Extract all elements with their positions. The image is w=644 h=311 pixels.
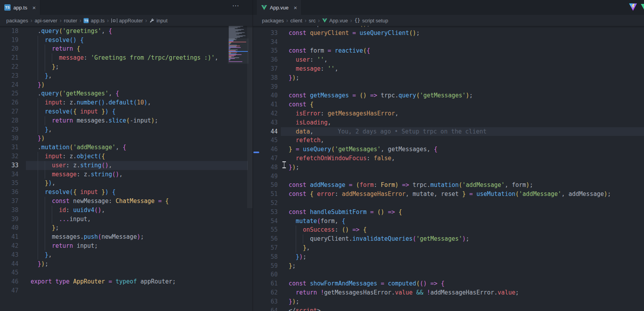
code-line[interactable]: 47 (0, 286, 253, 295)
code-line[interactable]: 52 (253, 199, 644, 208)
code-line[interactable]: 32const trpc = useTRPC(); (253, 26, 644, 29)
code-line[interactable]: 59}; (253, 262, 644, 271)
code-text: return input; (31, 241, 98, 251)
line-number: 58 (253, 252, 278, 262)
close-icon[interactable]: × (294, 5, 297, 11)
code-line[interactable]: 37 const newMessage: ChatMessage = { (0, 197, 253, 206)
code-line[interactable]: 46export type AppRouter = typeof appRout… (0, 277, 253, 286)
code-line[interactable]: 44 }); (0, 260, 253, 269)
line-number: 44 (253, 127, 278, 136)
tab-app-vue[interactable]: App.vue × (257, 0, 302, 15)
code-line[interactable]: 34 (253, 38, 644, 47)
code-line[interactable]: 28 return messages.slice(-input); (0, 116, 253, 125)
code-line[interactable]: 39 ...input, (0, 215, 253, 224)
code-line[interactable]: 49 (253, 172, 644, 181)
code-line[interactable]: 20 return { (0, 44, 253, 53)
code-line[interactable]: 25 .query('getMessages', { (0, 89, 253, 98)
breadcrumb-item[interactable]: src (309, 18, 315, 24)
code-line[interactable]: 54 mutate(form, { (253, 217, 644, 226)
code-line[interactable]: 29 }, (0, 125, 253, 134)
tab-app-ts[interactable]: TS app.ts × (0, 0, 40, 15)
breadcrumb-item[interactable]: client (290, 18, 302, 24)
code-line[interactable]: 24 }) (0, 80, 253, 90)
code-line[interactable]: 38}); (253, 73, 644, 82)
code-line[interactable]: 41const { (253, 100, 644, 109)
code-line[interactable]: 62 return !getMessagesHasError.value && … (253, 288, 644, 297)
breadcrumb-item[interactable]: {}script setup (355, 18, 388, 24)
breadcrumb-item[interactable]: App.vue (322, 18, 348, 24)
code-text: }; (31, 62, 59, 71)
code-text: }, (31, 251, 52, 260)
code-line[interactable]: 45 (0, 268, 253, 277)
code-line[interactable]: 47 refetchOnWindowFocus: false, (253, 154, 644, 163)
code-line[interactable]: 60 (253, 270, 644, 279)
code-line[interactable]: 21 message: 'Greetings from /trpc/greeti… (0, 53, 253, 62)
code-line[interactable]: 36 resolve({ input }) { (0, 188, 253, 197)
code-line[interactable]: 19 resolve() { (0, 36, 253, 45)
code-text: const { error: addMessageHasError, mutat… (289, 190, 611, 199)
editor-group-sash[interactable] (253, 0, 253, 311)
code-line[interactable]: 33 user: z.string(), (0, 161, 253, 170)
code-line[interactable]: 57 }, (253, 243, 644, 252)
code-line[interactable]: 43 }, (0, 251, 253, 260)
code-line[interactable]: 53const handleSubmitForm = () => { (253, 208, 644, 217)
code-line[interactable]: 35 }), (0, 179, 253, 188)
code-line[interactable]: 44 data,You, 2 days ago • Setup trpc on … (253, 127, 644, 136)
code-line[interactable]: 42 return input; (0, 241, 253, 251)
code-line[interactable]: 61const showFormAndMessages = computed((… (253, 279, 644, 288)
breadcrumb-item[interactable]: packages (6, 18, 28, 24)
code-line[interactable]: 37 message: '', (253, 64, 644, 73)
code-line[interactable]: 27 resolve({ input }) { (0, 107, 253, 116)
code-line[interactable]: 38 id: uuidv4(), (0, 206, 253, 215)
code-line[interactable]: 55 onSuccess: () => { (253, 225, 644, 234)
breadcrumb-item[interactable]: appRouter (111, 18, 143, 24)
code-line[interactable]: 45 refetch, (253, 136, 644, 145)
code-text: onSuccess: () => { (289, 225, 367, 234)
code-line[interactable]: 18 .query('greetings', { (0, 27, 253, 36)
code-line[interactable]: 48}); (253, 163, 644, 172)
code-line[interactable]: 34 message: z.string(), (0, 170, 253, 179)
code-text: return !getMessagesHasError.value && !ad… (289, 288, 519, 297)
editor-app-vue[interactable]: 32const trpc = useTRPC();33const queryCl… (253, 26, 644, 311)
breadcrumb-item[interactable]: TSapp.ts (84, 18, 104, 24)
code-line[interactable]: 43 isLoading, (253, 118, 644, 127)
code-line[interactable]: 30 }) (0, 134, 253, 143)
code-line[interactable]: 31 .mutation('addMessage', { (0, 143, 253, 152)
breadcrumb-label: router (64, 18, 77, 24)
code-line[interactable]: 32 input: z.object({ (0, 152, 253, 161)
code-line[interactable]: 40const getMessages = () => trpc.query('… (253, 91, 644, 100)
breadcrumb-item[interactable]: router (64, 18, 77, 24)
code-text: }); (289, 163, 299, 172)
code-line[interactable]: 36 user: '', (253, 55, 644, 64)
code-line[interactable]: 41 messages.push(newMessage); (0, 232, 253, 241)
code-line[interactable]: 39 (253, 82, 644, 91)
code-line[interactable]: 22 }; (0, 62, 253, 71)
line-number: 43 (0, 251, 18, 260)
breadcrumb-item[interactable]: input (149, 18, 167, 24)
code-line[interactable]: 63}); (253, 297, 644, 306)
vue-preview-icon-clipped[interactable] (641, 4, 644, 10)
editor-app-ts[interactable]: 17 .query('hello', {18 .query('greetings… (0, 26, 253, 311)
code-line[interactable]: 58 }); (253, 252, 644, 262)
code-line[interactable]: 46} = useQuery('getMessages', getMessage… (253, 145, 644, 154)
code-line[interactable]: 56 queryClient.invalidateQueries('getMes… (253, 234, 644, 243)
code-line[interactable]: 26 input: z.number().default(10), (0, 98, 253, 107)
code-text: const getMessages = () => trpc.query('ge… (289, 91, 473, 100)
breadcrumb-item[interactable]: packages (262, 18, 284, 24)
vite-icon[interactable] (629, 3, 637, 11)
minimap[interactable] (229, 26, 248, 104)
code-line[interactable]: 51const { error: addMessageHasError, mut… (253, 190, 644, 199)
code-line[interactable]: 23 }, (0, 71, 253, 80)
line-number: 36 (253, 55, 278, 64)
code-line[interactable]: 42 isError: getMessagesHasError, (253, 109, 644, 118)
breadcrumb-item[interactable]: api-server (35, 18, 57, 24)
code-line[interactable]: 50const addMessage = (form: Form) => trp… (253, 181, 644, 190)
line-number: 40 (253, 91, 278, 100)
code-line[interactable]: 35const form = reactive({ (253, 46, 644, 55)
code-line[interactable]: 33const queryClient = useQueryClient(); (253, 29, 644, 38)
code-text: const queryClient = useQueryClient(); (289, 29, 420, 38)
close-icon[interactable]: × (32, 5, 36, 11)
more-actions-icon[interactable]: ⋯ (232, 2, 239, 10)
code-line[interactable]: 64</script> (253, 306, 644, 311)
code-line[interactable]: 40 }; (0, 223, 253, 232)
